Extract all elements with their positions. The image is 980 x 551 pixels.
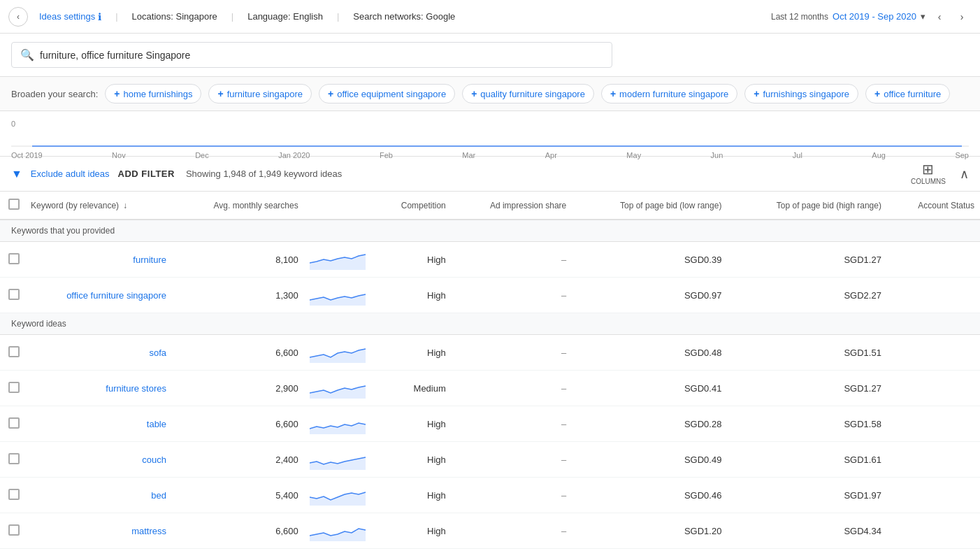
table-row: furniture 8,100 High – SGD0.39 SGD1.27 [0, 242, 980, 278]
keyword-link[interactable]: furniture stores [106, 383, 166, 394]
row-select-checkbox[interactable] [8, 253, 20, 264]
search-input[interactable] [40, 50, 603, 61]
next-date-button[interactable]: › [952, 7, 972, 27]
keyword-link[interactable]: mattress [131, 526, 166, 536]
row-sparkline [304, 371, 375, 406]
collapse-button[interactable]: ∧ [960, 166, 969, 182]
section-header-1: Keyword ideas [0, 313, 980, 335]
keyword-table: Keyword (by relevance) ↓ Avg. monthly se… [0, 192, 980, 551]
exclude-adult-link[interactable]: Exclude adult ideas [31, 169, 110, 179]
row-bid-high: SGD1.51 [727, 335, 887, 371]
row-account [887, 278, 980, 313]
table-row: office furniture singapore 1,300 High – … [0, 278, 980, 313]
row-bid-high: SGD1.97 [727, 478, 887, 513]
showing-count: Showing 1,948 of 1,949 keyword ideas [186, 169, 342, 179]
date-dropdown-icon[interactable]: ▾ [921, 11, 925, 22]
row-competition: High [375, 549, 452, 552]
row-select-checkbox[interactable] [8, 453, 20, 464]
add-filter-button[interactable]: ADD FILTER [118, 169, 175, 179]
row-competition: High [375, 335, 452, 371]
keyword-link[interactable]: bed [151, 490, 166, 501]
row-select-checkbox[interactable] [8, 346, 20, 357]
broaden-chip-1[interactable]: + furniture singapore [208, 84, 312, 103]
table-row: table 6,600 High – SGD0.28 SGD1.58 [0, 406, 980, 442]
row-impression: – [452, 278, 572, 313]
plus-icon-0: + [114, 88, 120, 99]
separator3: | [337, 11, 339, 22]
row-checkbox-1-1[interactable] [0, 371, 25, 406]
row-bid-high: SGD1.61 [727, 442, 887, 478]
header-account: Account Status [887, 192, 980, 220]
broaden-chip-3[interactable]: + quality furniture singapore [462, 84, 594, 103]
row-sparkline [304, 478, 375, 513]
row-select-checkbox[interactable] [8, 489, 20, 500]
keyword-link[interactable]: office furniture singapore [66, 290, 166, 301]
ideas-settings-link[interactable]: Ideas settings ℹ [39, 11, 101, 22]
table-header-row: Keyword (by relevance) ↓ Avg. monthly se… [0, 192, 980, 220]
header-checkbox[interactable] [0, 192, 25, 220]
plus-icon-5: + [754, 88, 759, 99]
row-select-checkbox[interactable] [8, 524, 20, 536]
row-select-checkbox[interactable] [8, 382, 20, 393]
row-monthly: 2,400 [172, 442, 304, 478]
header-monthly[interactable]: Avg. monthly searches [172, 192, 304, 220]
row-checkbox-1-5[interactable] [0, 513, 25, 549]
row-impression: – [452, 371, 572, 406]
row-monthly: 6,600 [172, 513, 304, 549]
plus-icon-2: + [328, 88, 333, 99]
keyword-link[interactable]: table [147, 419, 166, 429]
row-bid-high: SGD4.34 [727, 513, 887, 549]
row-sparkline [304, 242, 375, 278]
header-competition[interactable]: Competition [375, 192, 452, 220]
chart-area: 0 Oct 2019 Nov Dec Jan 2020 Feb Mar Apr … [0, 111, 980, 157]
columns-button[interactable]: ⊞ COLUMNS [911, 162, 946, 185]
row-checkbox-0-0[interactable] [0, 242, 25, 278]
row-account [887, 549, 980, 552]
row-checkbox-1-0[interactable] [0, 335, 25, 371]
prev-date-button[interactable]: ‹ [930, 7, 949, 27]
plus-icon-1: + [217, 88, 223, 99]
row-select-checkbox[interactable] [8, 417, 20, 429]
broaden-chip-0[interactable]: + home furnishings [105, 84, 201, 103]
row-select-checkbox[interactable] [8, 289, 20, 300]
header-impression[interactable]: Ad impression share [452, 192, 572, 220]
row-account [887, 442, 980, 478]
broaden-chip-2[interactable]: + office equipment singapore [319, 84, 455, 103]
row-sparkline [304, 335, 375, 371]
row-keyword: furniture [25, 242, 172, 278]
broaden-chip-6[interactable]: + office furniture [865, 84, 950, 103]
row-checkbox-1-6[interactable] [0, 549, 25, 552]
row-monthly: 8,100 [172, 242, 304, 278]
network-item: Search networks: Google [353, 11, 455, 22]
broaden-chip-5[interactable]: + furnishings singapore [744, 84, 858, 103]
row-checkbox-1-2[interactable] [0, 406, 25, 442]
row-sparkline [304, 278, 375, 313]
sort-icon: ↓ [123, 201, 127, 210]
row-impression: – [452, 406, 572, 442]
header-keyword[interactable]: Keyword (by relevance) ↓ [25, 192, 172, 220]
row-keyword: office furniture singapore [25, 278, 172, 313]
select-all-checkbox[interactable] [8, 199, 20, 210]
row-monthly: 5,400 [172, 478, 304, 513]
header-bid-low[interactable]: Top of page bid (low range) [572, 192, 727, 220]
plus-icon-4: + [610, 88, 616, 99]
header-bid-high[interactable]: Top of page bid (high range) [727, 192, 887, 220]
row-keyword: furniture stores near me [25, 549, 172, 552]
chart-months: Oct 2019 Nov Dec Jan 2020 Feb Mar Apr Ma… [11, 151, 969, 159]
keyword-link[interactable]: furniture [133, 255, 166, 265]
location-item: Locations: Singapore [132, 11, 217, 22]
row-bid-high: SGD1.58 [727, 406, 887, 442]
row-account [887, 478, 980, 513]
row-keyword: bed [25, 478, 172, 513]
keyword-link[interactable]: sofa [149, 348, 166, 358]
plus-icon-6: + [874, 88, 880, 99]
keyword-link[interactable]: couch [142, 455, 166, 465]
row-checkbox-1-4[interactable] [0, 478, 25, 513]
row-checkbox-0-1[interactable] [0, 278, 25, 313]
row-checkbox-1-3[interactable] [0, 442, 25, 478]
broaden-chip-4[interactable]: + modern furniture singapore [601, 84, 737, 103]
back-button[interactable]: ‹ [8, 7, 28, 27]
info-icon[interactable]: ℹ [98, 11, 101, 22]
date-range: Last 12 months Oct 2019 - Sep 2020 ▾ ‹ › [771, 7, 972, 27]
header-trend [304, 192, 375, 220]
